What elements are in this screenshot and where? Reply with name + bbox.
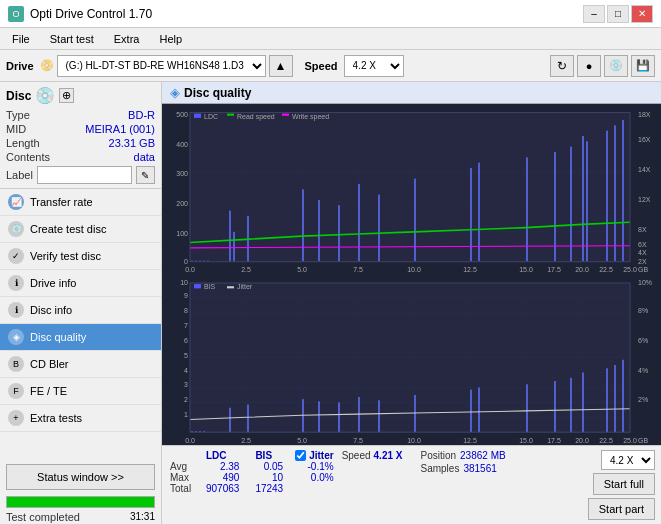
svg-text:7.5: 7.5 (353, 436, 363, 445)
toolbar-icons: ↻ ● 💿 💾 (550, 55, 655, 77)
svg-text:6: 6 (184, 335, 188, 344)
extra-tests-icon: + (8, 410, 24, 426)
disc-btn[interactable]: 💿 (604, 55, 628, 77)
nav-create-test-disc[interactable]: 💿 Create test disc (0, 216, 161, 243)
total-bis: 17243 (247, 483, 291, 494)
svg-rect-71 (614, 125, 616, 261)
svg-text:8: 8 (184, 306, 188, 315)
nav-fe-te[interactable]: F FE / TE (0, 378, 161, 405)
max-ldc: 490 (198, 472, 247, 483)
svg-text:15.0: 15.0 (519, 265, 533, 274)
refresh-btn[interactable]: ↻ (550, 55, 574, 77)
svg-rect-58 (318, 200, 320, 262)
app-title: Opti Drive Control 1.70 (30, 7, 152, 21)
maximize-btn[interactable]: □ (607, 5, 629, 23)
save-btn[interactable]: 💾 (631, 55, 655, 77)
nav-cd-bler[interactable]: B CD Bler (0, 351, 161, 378)
menu-help[interactable]: Help (151, 31, 190, 47)
position-value: 23862 MB (460, 450, 506, 461)
mid-label: MID (6, 123, 26, 135)
mid-value: MEIRA1 (001) (85, 123, 155, 135)
speed-val: 4.21 X (374, 450, 403, 461)
svg-text:14X: 14X (638, 165, 651, 174)
disc-info-icon: ℹ (8, 302, 24, 318)
avg-ldc: 2.38 (198, 461, 247, 472)
svg-rect-68 (582, 136, 584, 262)
svg-rect-144 (606, 368, 608, 432)
avg-jitter: -0.1% (291, 461, 337, 472)
eject-btn[interactable]: ▲ (269, 55, 293, 77)
svg-text:0.0: 0.0 (185, 436, 195, 445)
drive-bar: Drive 📀 (G:) HL-DT-ST BD-RE WH16NS48 1.D… (0, 50, 661, 82)
start-full-btn[interactable]: Start full (593, 473, 655, 495)
svg-text:400: 400 (176, 139, 188, 148)
charts-container: 500 400 300 200 100 0 0.0 2.5 5.0 7.5 10… (162, 104, 661, 445)
speed-dropdown[interactable]: 4.2 X (601, 450, 655, 470)
svg-rect-57 (302, 189, 304, 261)
total-label: Total (168, 483, 198, 494)
nav-transfer-rate[interactable]: 📈 Transfer rate (0, 189, 161, 216)
jitter-checkbox[interactable] (295, 450, 306, 461)
svg-text:16X: 16X (638, 135, 651, 144)
svg-text:12X: 12X (638, 195, 651, 204)
type-label: Type (6, 109, 30, 121)
nav-items: 📈 Transfer rate 💿 Create test disc ✓ Ver… (0, 189, 161, 460)
length-value: 23.31 GB (109, 137, 155, 149)
nav-disc-info[interactable]: ℹ Disc info (0, 297, 161, 324)
svg-rect-67 (570, 147, 572, 262)
position-row: Position 23862 MB (420, 450, 505, 461)
nav-fe-te-label: FE / TE (30, 385, 67, 397)
nav-disc-info-label: Disc info (30, 304, 72, 316)
svg-text:GB: GB (638, 436, 648, 445)
svg-text:17.5: 17.5 (547, 436, 561, 445)
svg-rect-54 (229, 211, 231, 262)
menu-starttest[interactable]: Start test (42, 31, 102, 47)
status-window-btn[interactable]: Status window >> (6, 464, 155, 490)
minimize-btn[interactable]: – (583, 5, 605, 23)
position-label: Position (420, 450, 456, 461)
svg-text:20.0: 20.0 (575, 265, 589, 274)
disc-quality-chart: 500 400 300 200 100 0 0.0 2.5 5.0 7.5 10… (162, 104, 661, 445)
drive-select[interactable]: (G:) HL-DT-ST BD-RE WH16NS48 1.D3 (57, 55, 266, 77)
right-panel: ◈ Disc quality (162, 82, 661, 524)
nav-extra-tests[interactable]: + Extra tests (0, 405, 161, 432)
nav-drive-info-label: Drive info (30, 277, 76, 289)
svg-text:LDC: LDC (204, 112, 218, 121)
svg-rect-138 (470, 390, 472, 433)
svg-rect-134 (338, 402, 340, 432)
svg-text:9: 9 (184, 291, 188, 300)
svg-text:25.0: 25.0 (623, 436, 637, 445)
svg-text:300: 300 (176, 169, 188, 178)
svg-text:25.0: 25.0 (623, 265, 637, 274)
svg-text:18X: 18X (638, 110, 651, 119)
label-input[interactable] (37, 166, 132, 184)
transfer-rate-icon: 📈 (8, 194, 24, 210)
verify-test-icon: ✓ (8, 248, 24, 264)
nav-drive-info[interactable]: ℹ Drive info (0, 270, 161, 297)
label-edit-btn[interactable]: ✎ (136, 166, 155, 184)
contents-label: Contents (6, 151, 50, 163)
menu-file[interactable]: File (4, 31, 38, 47)
main-area: Disc 💿 ⊕ Type BD-R MID MEIRA1 (001) Leng… (0, 82, 661, 524)
close-btn[interactable]: ✕ (631, 5, 653, 23)
svg-rect-55 (233, 232, 235, 262)
nav-create-test-label: Create test disc (30, 223, 106, 235)
max-label: Max (168, 472, 198, 483)
svg-rect-70 (606, 131, 608, 262)
nav-verify-test-label: Verify test disc (30, 250, 101, 262)
nav-verify-test-disc[interactable]: ✓ Verify test disc (0, 243, 161, 270)
svg-text:10%: 10% (638, 278, 653, 287)
progress-bar-fill (7, 497, 154, 507)
nav-disc-quality[interactable]: ◈ Disc quality (0, 324, 161, 351)
svg-text:3: 3 (184, 380, 188, 389)
menu-bar: File Start test Extra Help (0, 28, 661, 50)
speed-select[interactable]: 4.2 X (344, 55, 404, 77)
start-part-btn[interactable]: Start part (588, 498, 655, 520)
svg-rect-133 (318, 401, 320, 432)
burn-btn[interactable]: ● (577, 55, 601, 77)
svg-text:12.5: 12.5 (463, 436, 477, 445)
svg-rect-69 (586, 141, 588, 261)
menu-extra[interactable]: Extra (106, 31, 148, 47)
svg-rect-66 (554, 152, 556, 262)
svg-text:6%: 6% (638, 335, 649, 344)
